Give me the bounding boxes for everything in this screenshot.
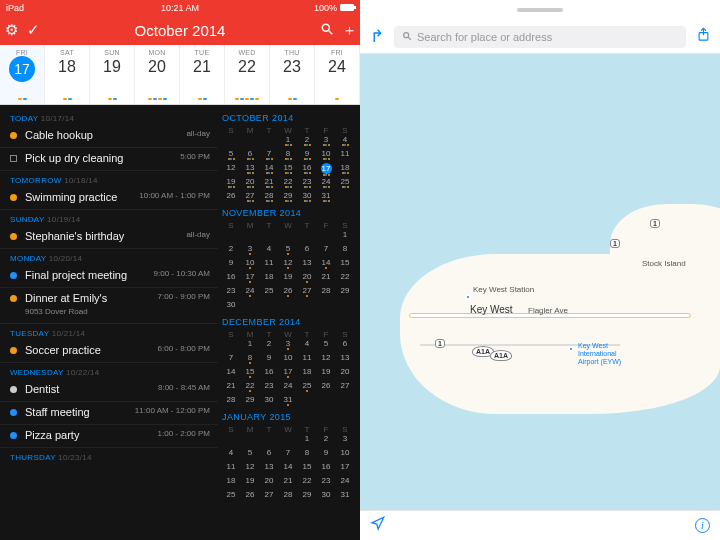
mini-day[interactable]: 15	[279, 163, 297, 176]
mini-day[interactable]: 27	[260, 490, 278, 503]
mini-day[interactable]: 1	[298, 434, 316, 447]
mini-day[interactable]: 4	[222, 448, 240, 461]
mini-day[interactable]: 13	[241, 163, 259, 176]
mini-day[interactable]: 29	[336, 286, 354, 299]
directions-icon[interactable]: ↱	[366, 26, 388, 47]
mini-day[interactable]: 1	[241, 339, 259, 352]
mini-day[interactable]: 3	[317, 135, 335, 148]
event-row[interactable]: Staff meeting11:00 AM - 12:00 PM	[0, 402, 218, 425]
mini-day[interactable]: 2	[260, 339, 278, 352]
mini-day[interactable]: 9	[260, 353, 278, 366]
mini-day[interactable]: 8	[298, 448, 316, 461]
map-poi-label[interactable]: International	[578, 350, 617, 358]
mini-day[interactable]: 11	[260, 258, 278, 271]
mini-day[interactable]: 6	[298, 244, 316, 257]
mini-day[interactable]: 30	[317, 490, 335, 503]
mini-day[interactable]: 10	[336, 448, 354, 461]
mini-day[interactable]: 28	[260, 191, 278, 204]
mini-day[interactable]: 19	[241, 476, 259, 489]
mini-day[interactable]: 19	[279, 272, 297, 285]
mini-day[interactable]: 28	[279, 490, 297, 503]
mini-day[interactable]: 18	[222, 476, 240, 489]
mini-day[interactable]: 5	[222, 149, 240, 162]
day-column[interactable]: SUN19	[90, 45, 135, 104]
search-input[interactable]: Search for place or address	[394, 26, 686, 48]
mini-day[interactable]: 18	[260, 272, 278, 285]
mini-day[interactable]: 29	[298, 490, 316, 503]
mini-day[interactable]: 22	[241, 381, 259, 394]
map-canvas[interactable]: 1 1 1 A1A A1A Key West Station Key West …	[360, 54, 720, 510]
mini-day[interactable]: 8	[336, 244, 354, 257]
event-row[interactable]: Pick up dry cleaning5:00 PM	[0, 148, 218, 171]
mini-day[interactable]: 13	[298, 258, 316, 271]
mini-day[interactable]: 30	[260, 395, 278, 408]
mini-day[interactable]: 7	[317, 244, 335, 257]
gear-icon[interactable]: ⚙	[0, 21, 22, 39]
mini-day[interactable]: 24	[336, 476, 354, 489]
mini-day[interactable]: 15	[336, 258, 354, 271]
mini-day[interactable]: 28	[317, 286, 335, 299]
drag-handle-icon[interactable]	[517, 8, 563, 12]
mini-day[interactable]: 23	[260, 381, 278, 394]
mini-day[interactable]: 12	[317, 353, 335, 366]
map-poi-dot[interactable]	[568, 346, 574, 352]
mini-day[interactable]: 14	[279, 462, 297, 475]
mini-day[interactable]: 10	[317, 149, 335, 162]
mini-day[interactable]: 29	[279, 191, 297, 204]
mini-day[interactable]: 5	[279, 244, 297, 257]
mini-day[interactable]: 20	[336, 367, 354, 380]
mini-day[interactable]: 24	[317, 177, 335, 190]
mini-day[interactable]: 1	[336, 230, 354, 243]
mini-day[interactable]: 11	[222, 462, 240, 475]
mini-day[interactable]: 20	[298, 272, 316, 285]
checkmark-icon[interactable]: ✓	[22, 21, 44, 39]
mini-month-grid[interactable]: 1234567891011121314151617181920212223242…	[222, 135, 354, 204]
mini-day[interactable]: 12	[279, 258, 297, 271]
mini-day[interactable]: 2	[298, 135, 316, 148]
mini-day[interactable]: 16	[298, 163, 316, 176]
month-title[interactable]: October 2014	[135, 22, 226, 39]
mini-day[interactable]: 7	[222, 353, 240, 366]
mini-day[interactable]: 15	[241, 367, 259, 380]
mini-day[interactable]: 6	[336, 339, 354, 352]
mini-day[interactable]: 11	[336, 149, 354, 162]
mini-day[interactable]: 17	[336, 462, 354, 475]
mini-day[interactable]: 20	[260, 476, 278, 489]
mini-month-grid[interactable]: 1234567891011121314151617181920212223242…	[222, 230, 354, 313]
map-poi-label[interactable]: Airport (EYW)	[578, 358, 621, 366]
mini-day[interactable]: 25	[336, 177, 354, 190]
mini-day[interactable]: 30	[298, 191, 316, 204]
mini-day[interactable]: 14	[222, 367, 240, 380]
mini-day[interactable]: 18	[298, 367, 316, 380]
mini-day[interactable]: 17	[279, 367, 297, 380]
mini-day[interactable]: 26	[222, 191, 240, 204]
mini-day[interactable]: 25	[298, 381, 316, 394]
mini-day[interactable]: 5	[317, 339, 335, 352]
mini-day[interactable]: 23	[317, 476, 335, 489]
mini-day[interactable]: 5	[241, 448, 259, 461]
mini-day[interactable]: 25	[260, 286, 278, 299]
mini-day[interactable]: 22	[336, 272, 354, 285]
mini-day[interactable]: 3	[336, 434, 354, 447]
event-row[interactable]: Final project meeting9:00 - 10:30 AM	[0, 265, 218, 288]
day-column[interactable]: THU23	[270, 45, 315, 104]
mini-day[interactable]: 29	[241, 395, 259, 408]
mini-day[interactable]: 3	[279, 339, 297, 352]
mini-day[interactable]: 26	[317, 381, 335, 394]
mini-day[interactable]: 2	[317, 434, 335, 447]
info-icon[interactable]: i	[695, 518, 710, 533]
mini-day[interactable]: 17	[241, 272, 259, 285]
mini-day[interactable]: 21	[222, 381, 240, 394]
search-icon[interactable]	[316, 22, 338, 39]
mini-day[interactable]: 9	[317, 448, 335, 461]
mini-day[interactable]: 24	[279, 381, 297, 394]
mini-day[interactable]: 6	[260, 448, 278, 461]
mini-day[interactable]: 25	[222, 490, 240, 503]
mini-day[interactable]: 16	[317, 462, 335, 475]
mini-day[interactable]: 26	[279, 286, 297, 299]
day-column[interactable]: SAT18	[45, 45, 90, 104]
mini-day[interactable]: 19	[222, 177, 240, 190]
mini-day[interactable]: 23	[298, 177, 316, 190]
share-icon[interactable]	[692, 27, 714, 47]
mini-day[interactable]: 10	[241, 258, 259, 271]
